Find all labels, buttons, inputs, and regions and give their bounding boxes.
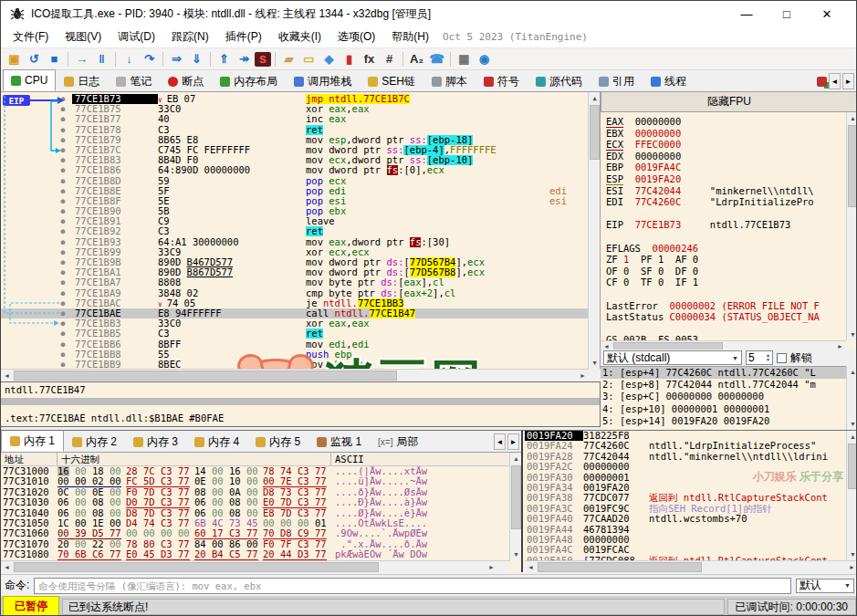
label-button[interactable]: ◆ bbox=[319, 50, 339, 68]
stack-row[interactable]: 0019FA2477C4260Cntdll."LdrpInitializePro… bbox=[525, 441, 846, 451]
tab-scroll-right-button[interactable]: ► bbox=[842, 73, 854, 89]
tab-引用[interactable]: 引用 bbox=[590, 71, 643, 91]
arg-count-stepper[interactable]: 5▲▼ bbox=[746, 350, 773, 365]
layout-blocks-icon[interactable] bbox=[817, 77, 827, 87]
pause-button[interactable]: ‖ bbox=[92, 50, 111, 68]
stack-row[interactable]: 0019FA4446781394 bbox=[525, 525, 846, 535]
dump-vscrollbar[interactable]: ▲ ▼ bbox=[509, 453, 521, 560]
step-into-button[interactable]: ↓ bbox=[120, 50, 139, 68]
debug-log-button[interactable]: ☎ bbox=[427, 50, 446, 68]
dump-tab-监视-1[interactable]: 监视 1 bbox=[308, 432, 370, 452]
argument-row[interactable]: 1: [esp+4] 77C4260C ntdll.77C4260C "L bbox=[601, 367, 846, 379]
stack-row[interactable]: 0019FA4800000000 bbox=[525, 535, 846, 545]
hash-button[interactable]: # bbox=[380, 50, 399, 68]
tab-源代码[interactable]: 源代码 bbox=[528, 71, 590, 91]
close-button[interactable]: ✕ bbox=[807, 2, 847, 26]
stack-row[interactable]: 0019FA3000000001 bbox=[525, 473, 846, 483]
disasm-row[interactable]: ●77CE1B8D59pop ecx bbox=[1, 176, 588, 186]
dump-row[interactable]: 77C3106000 39 D5 7700 00 00 00 60 17 C3 … bbox=[1, 528, 521, 538]
stack-row[interactable]: 0019FA2C00000000 bbox=[525, 462, 846, 472]
registers-vscrollbar[interactable]: ▲ ▼ bbox=[846, 112, 857, 340]
dump-tab-scroll-left-button[interactable]: ◄ bbox=[494, 433, 506, 450]
dump-hscrollbar[interactable]: ◄ ► bbox=[1, 560, 510, 572]
run-to-user-code-button[interactable]: ↠ bbox=[235, 50, 254, 68]
dump-row[interactable]: 77C310200C 00 0E 00 F0 7D C3 7708 00 0A … bbox=[1, 487, 521, 497]
dump-row[interactable]: 77C3108070 6B C6 77E0 45 D3 7720 B4 C5 7… bbox=[1, 549, 521, 559]
dump-row[interactable]: 77C310501C 00 1E 00D4 74 C3 776B 4C 73 4… bbox=[1, 518, 521, 528]
minimize-button[interactable]: — bbox=[726, 2, 767, 26]
disasm-row[interactable]: ●77CE1B92C3ret bbox=[1, 226, 588, 236]
patch-button[interactable]: ▰ bbox=[279, 50, 298, 68]
stack-row[interactable]: 0019FA340019FA20 bbox=[525, 483, 846, 493]
menu-h[interactable]: 帮助(H) bbox=[383, 27, 437, 46]
dump-tab-scroll-right-button[interactable]: ► bbox=[507, 433, 519, 450]
dump-tab-内存-1[interactable]: 内存 1 bbox=[1, 431, 64, 452]
function-button[interactable]: fx bbox=[360, 50, 379, 68]
stack-row[interactable]: 0019FA4077CAAD20ntdll.wcstombs+70 bbox=[525, 514, 846, 524]
stack-row[interactable]: 0019FA3877CDC077返回到 ntdll.RtlCaptureStac… bbox=[525, 493, 846, 503]
stack-hscrollbar[interactable]: ◄ ► bbox=[525, 560, 857, 572]
arguments-list[interactable]: 1: [esp+4] 77C4260C ntdll.77C4260C "L2: … bbox=[601, 366, 846, 430]
tab-scroll-left-button[interactable]: ◄ bbox=[829, 73, 841, 89]
dump-row[interactable]: 77C3100016 00 18 00 28 7C C3 7714 00 16 … bbox=[1, 466, 521, 476]
stack-vscrollbar[interactable]: ▲ ▼ bbox=[846, 431, 857, 560]
menu-n[interactable]: 跟踪(N) bbox=[163, 27, 217, 46]
stack-row[interactable]: 0019FA20318225F8 bbox=[525, 431, 846, 441]
disasm-row[interactable]: ●77CE1BB98BECmov ebp,esp bbox=[1, 360, 588, 369]
dump-tab-内存-4[interactable]: 内存 4 bbox=[186, 432, 247, 452]
tab-调用堆栈[interactable]: 调用堆栈 bbox=[286, 71, 360, 91]
command-profile-select[interactable]: 默认▼ bbox=[796, 579, 854, 593]
argument-row[interactable]: 3: [esp+C] 00000000 00000000 bbox=[601, 391, 846, 402]
string-button[interactable]: A₂ bbox=[407, 50, 426, 68]
unlock-checkbox[interactable] bbox=[777, 353, 787, 363]
dump-tab-内存-2[interactable]: 内存 2 bbox=[64, 432, 125, 452]
tab-seh链[interactable]: SEH链 bbox=[360, 71, 423, 91]
disassembly-pane[interactable]: EIP ●77CE1B73∨ EB 07jmp ntdll.77CE1B7C●7… bbox=[1, 92, 601, 369]
command-input[interactable] bbox=[34, 578, 791, 594]
arguments-vscrollbar[interactable]: ▲ ▼ bbox=[846, 366, 857, 430]
calculator-button[interactable]: ▦ bbox=[455, 50, 474, 68]
registers-list[interactable]: EAX 00000000EBX 00000000ECX FFEC0000EDX … bbox=[601, 112, 846, 340]
globe-button[interactable]: ◉ bbox=[475, 50, 494, 68]
disasm-row[interactable]: ●77CE1B8664:890D 00000000mov dword ptr f… bbox=[1, 165, 588, 175]
comment-button[interactable]: ▭ bbox=[299, 50, 319, 68]
tab-日志[interactable]: 日志 bbox=[56, 71, 108, 91]
disasm-hscrollbar[interactable]: ◄ ► bbox=[1, 369, 589, 381]
run-to-return-button[interactable]: ⇒ bbox=[167, 50, 186, 68]
bookmark-button[interactable]: ▮ bbox=[340, 50, 359, 68]
open-file-button[interactable]: ▣ bbox=[5, 50, 24, 68]
menu-d[interactable]: 调试(D) bbox=[110, 27, 163, 46]
menu-v[interactable]: 视图(V) bbox=[57, 27, 110, 46]
menu-p[interactable]: 插件(P) bbox=[217, 27, 270, 46]
maximize-button[interactable]: □ bbox=[767, 2, 807, 26]
menu-o[interactable]: 选项(O) bbox=[329, 27, 383, 46]
disasm-row[interactable]: ●77CE1B7740inc eax bbox=[1, 114, 588, 124]
dump-row[interactable]: 77C3104006 00 08 00 D8 7D C3 7706 00 08 … bbox=[1, 508, 521, 518]
tab-脚本[interactable]: 脚本 bbox=[423, 71, 476, 91]
stack-rows[interactable]: 0019FA20318225F80019FA2477C4260Cntdll."L… bbox=[525, 431, 846, 560]
step-over-button[interactable]: ↷ bbox=[140, 50, 159, 68]
dump-tab-局部[interactable]: [x=]局部 bbox=[370, 432, 426, 452]
dump-row[interactable]: 77C3103006 00 08 00 D0 7D C3 7706 00 08 … bbox=[1, 497, 521, 507]
dump-tab-内存-5[interactable]: 内存 5 bbox=[247, 432, 308, 452]
animate-button[interactable]: S bbox=[255, 52, 271, 67]
disasm-row[interactable]: ●77CE1BA78808mov byte ptr ds:[eax],cl bbox=[1, 277, 588, 287]
stack-row[interactable]: 0019FA2877C42044ntdll."minkernel\\ntdll\… bbox=[525, 452, 846, 462]
stack-row[interactable]: 0019FA4C0019FCAC bbox=[525, 545, 846, 555]
argument-row[interactable]: 4: [esp+10] 00000001 00000001 bbox=[601, 403, 846, 415]
restart-button[interactable]: ↺ bbox=[25, 50, 44, 68]
tab-线程[interactable]: 线程 bbox=[643, 71, 695, 91]
step-out-button[interactable]: ⇑ bbox=[214, 50, 234, 68]
menu-f[interactable]: 文件(F) bbox=[5, 27, 57, 46]
dump-row[interactable]: 77C3107020 00 22 00 78 80 C3 7784 00 86 … bbox=[1, 539, 521, 549]
dump-tab-内存-3[interactable]: 内存 3 bbox=[125, 432, 186, 452]
hide-fpu-button[interactable]: 隐藏FPU bbox=[601, 92, 857, 112]
tab-cpu[interactable]: CPU bbox=[3, 69, 56, 91]
stack-row[interactable]: 0019FA3C0019FC9C指向SEH_Record[1]的指针 bbox=[525, 504, 846, 514]
step-down-button[interactable]: ⇓ bbox=[187, 50, 206, 68]
calling-convention-select[interactable]: 默认 (stdcall)▼ bbox=[603, 350, 742, 365]
stop-button[interactable]: ■ bbox=[45, 50, 64, 68]
disasm-row[interactable]: ●77CE1BB68BFFmov edi,edi bbox=[1, 339, 588, 350]
argument-row[interactable]: 5: [esp+14] 0019FA20 0019FA20 bbox=[601, 415, 846, 427]
tab-断点[interactable]: 断点 bbox=[160, 71, 212, 91]
